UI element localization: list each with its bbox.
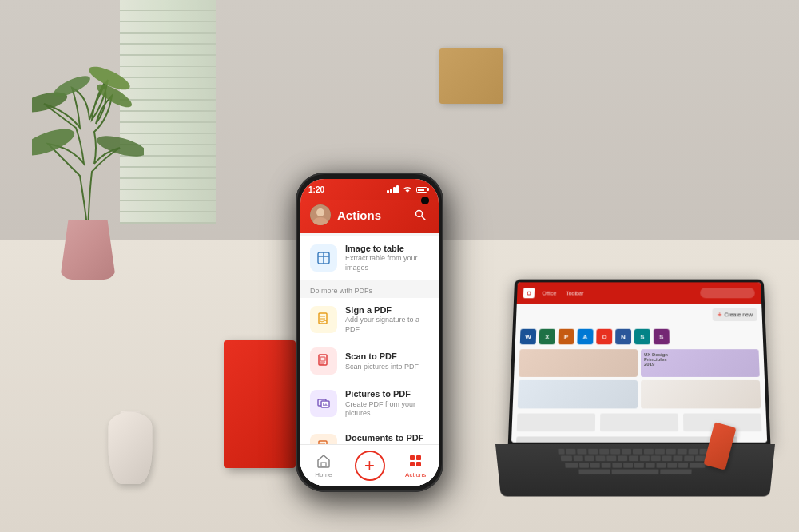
recent-tab [600,414,678,432]
action-title: Image to table [345,243,429,254]
phone-device: 1:20 [296,173,443,492]
vase-body [108,412,152,484]
phone-screen: 1:20 [300,179,439,486]
keyboard-rows [495,444,775,480]
action-title: Documents to PDF [345,432,429,443]
svg-rect-40 [410,462,415,466]
office-logo: O [523,288,535,298]
table-icon [310,244,337,272]
action-subtitle: Create PDF from your pictures [345,400,429,419]
action-text: Scan to PDF Scan pictures into PDF [345,351,429,371]
battery-icon [416,187,427,193]
recent-files: UX DesignPrinciples2019 [518,349,761,408]
nav-item-home[interactable]: Home [300,452,347,478]
office-nav: Office Toolbar [539,288,696,296]
status-icons [387,185,427,193]
word-icon: W [520,329,537,345]
plant-pot [60,220,116,280]
brown-box [439,48,503,104]
recent-file [519,349,638,377]
app-title: Actions [337,208,405,222]
recent-file [641,380,761,408]
access-icon: A [577,329,593,345]
sign-pdf-icon [310,306,337,333]
laptop-screen: O Office Toolbar + Create new [508,280,771,446]
action-subtitle: Add your signature to a PDF [345,316,429,334]
create-new-button: + Create new [713,308,757,321]
scan-to-pdf-icon [310,347,337,375]
nav-item-actions[interactable]: Actions [392,452,439,478]
recent-file: UX DesignPrinciples2019 [641,349,760,377]
plant-leaves [32,24,144,232]
svg-rect-39 [416,455,421,460]
avatar [310,204,331,225]
list-item[interactable]: Sign a PDF Add your signature to a PDF [300,298,439,341]
svg-point-0 [32,124,78,161]
front-camera [421,197,429,204]
office-nav-item: Office [539,288,560,296]
list-item[interactable]: Scan to PDF Scan pictures into PDF [300,341,439,381]
recent-tab [517,414,595,432]
svg-rect-38 [410,455,415,460]
pictures-to-pdf-icon [310,390,337,417]
action-subtitle: Extract table from your images [345,254,429,272]
laptop-keyboard [495,444,775,497]
svg-rect-41 [416,462,421,466]
wifi-icon [403,186,412,193]
svg-line-10 [422,216,426,220]
decorative-vase [104,404,156,484]
background-scene: 1:20 [0,0,799,532]
office-nav-item: Toolbar [562,288,587,296]
home-icon [315,452,332,470]
pdf-section: Sign a PDF Add your signature to a PDF [300,298,439,469]
laptop-screen-content: O Office Toolbar + Create new [511,282,767,442]
action-title: Scan to PDF [345,351,429,362]
red-decorative-box [224,340,296,468]
nav-label-actions: Actions [405,471,426,478]
laptop-device: O Office Toolbar + Create new [495,276,775,500]
section-label-pdfs: Do more with PDFs [300,280,439,298]
sway-icon: S [634,329,650,345]
app-header: Actions [300,200,439,233]
office-header: O Office Toolbar [517,282,761,304]
onenote-icon: N [615,329,631,345]
action-text: Sign a PDF Add your signature to a PDF [345,304,429,335]
signal-icon [387,185,399,193]
list-item[interactable]: Image to table Extract table from your i… [300,236,439,280]
excel-icon: X [539,329,555,345]
list-item[interactable]: Pictures to PDF Create PDF from your pic… [300,382,439,425]
recent-file [518,380,638,408]
svg-rect-37 [321,463,326,466]
action-subtitle: Scan pictures into PDF [345,363,429,372]
create-new-label: Create new [724,312,752,318]
top-section: Image to table Extract table from your i… [300,233,439,280]
action-title: Sign a PDF [345,304,429,316]
office-search [700,288,755,298]
status-time: 1:20 [308,185,324,194]
bottom-nav: Home + [300,444,439,486]
office-apps-row: W X P A O N S S [520,329,758,345]
grid-icon [407,452,424,470]
decorative-plant [24,24,152,280]
sharepoint-icon: S [654,329,670,345]
nav-item-add[interactable]: + [347,451,393,481]
status-bar: 1:20 [300,179,439,200]
action-text: Image to table Extract table from your i… [345,243,429,273]
action-text: Pictures to PDF Create PDF from your pic… [345,388,429,419]
svg-point-7 [316,208,324,216]
outlook-icon: O [596,329,612,345]
search-button[interactable] [411,206,429,224]
office-body: + Create new W X P A O N S S [511,304,767,443]
svg-rect-18 [320,357,325,361]
phone-body: 1:20 [296,173,443,492]
action-title: Pictures to PDF [345,388,429,399]
file-row [516,436,737,442]
powerpoint-icon: P [559,329,574,345]
svg-point-5 [51,72,93,101]
nav-label-home: Home [315,471,332,478]
add-button[interactable]: + [355,451,385,481]
